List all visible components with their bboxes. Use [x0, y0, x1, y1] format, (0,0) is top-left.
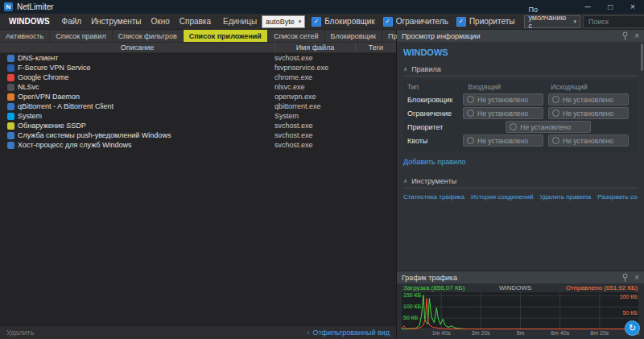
app-filename-cell: chrome.exe: [275, 73, 354, 81]
x-axis-label: 6m 40s: [551, 330, 569, 336]
tab-3[interactable]: Список приложений: [184, 30, 268, 42]
menu-item-3[interactable]: Справка: [175, 17, 216, 26]
table-row[interactable]: Google Chromechrome.exe: [0, 72, 396, 82]
info-panel-title: Просмотр информации: [402, 32, 480, 40]
not-set-icon: [467, 110, 474, 117]
menu-item-0[interactable]: Файл: [57, 17, 87, 26]
table-row[interactable]: qBittorrent - A Bittorrent Clientqbittor…: [0, 101, 396, 111]
info-panel-controls: ×: [621, 31, 639, 40]
tool-link-3[interactable]: Разорвать соединения: [597, 193, 638, 201]
close-icon[interactable]: ×: [634, 274, 639, 282]
app-description-cell: System: [0, 112, 275, 120]
units-select[interactable]: autoByte ▾: [262, 15, 305, 28]
rule-state-button[interactable]: Не установлено: [548, 134, 629, 147]
tab-strip: АктивностьСписок правилСписок фильтровСп…: [0, 30, 396, 43]
pin-icon[interactable]: [621, 31, 629, 40]
app-icon: [7, 142, 14, 149]
app-description-cell: qBittorrent - A Bittorrent Client: [0, 102, 275, 110]
applications-pane: АктивностьСписок правилСписок фильтровСп…: [0, 30, 397, 339]
app-description: Служба системы push-уведомлений Windows: [18, 131, 171, 139]
table-row[interactable]: DNS-клиентsvchost.exe: [0, 53, 396, 63]
add-rule-link[interactable]: Добавить правило: [403, 158, 465, 166]
rules-header: ТипВходящийИсходящий: [407, 83, 634, 91]
rules-body: БлокировщикНе установленоНе установленоО…: [407, 93, 634, 147]
app-description: F-Secure VPN Service: [18, 64, 91, 72]
column-header-0[interactable]: Описание: [0, 43, 275, 52]
table-row[interactable]: SystemSystem: [0, 111, 396, 121]
app-description: Обнаружение SSDP: [18, 122, 86, 130]
search-input[interactable]: [587, 17, 644, 27]
tool-link-2[interactable]: Удалить правила: [539, 193, 591, 201]
rules-section-label: Правила: [411, 65, 441, 73]
rule-state-button[interactable]: Не установлено: [463, 107, 543, 119]
app-description: NLSvc: [18, 83, 39, 91]
x-axis-label: 8m 20s: [590, 330, 609, 336]
menu-bar: WINDOWS ФайлИнструментыОкноСправка Едини…: [0, 14, 644, 30]
rule-state-button[interactable]: Не установлено: [463, 93, 543, 105]
toolbar-checkbox-2[interactable]: ✓Приоритеты: [452, 17, 519, 27]
checkbox-icon[interactable]: ✓: [312, 17, 321, 27]
app-filename-cell: svchost.exe: [275, 122, 354, 130]
filtered-view-label: Отфильтрованный вид: [312, 329, 390, 337]
window-title: NetLimiter: [17, 2, 54, 11]
delete-button[interactable]: Удалить: [6, 329, 34, 337]
maximize-button[interactable]: □: [599, 0, 621, 14]
table-row[interactable]: NLSvcnlsvc.exe: [0, 82, 396, 92]
pin-icon[interactable]: [621, 273, 629, 282]
tools-section-header[interactable]: ∧ Инструменты: [403, 176, 638, 188]
tools-section-label: Инструменты: [411, 177, 456, 185]
chevron-down-icon: ▾: [299, 19, 302, 25]
toolbar-checkboxes: ✓Блокировщик✓Ограничитель✓Приоритеты: [308, 17, 518, 27]
app-description-cell: OpenVPN Daemon: [0, 93, 275, 101]
view-mode-select[interactable]: По умолчанию с диаграммой ▾: [524, 15, 580, 28]
app-icon: [7, 132, 14, 139]
tool-link-1[interactable]: История соединений: [471, 193, 533, 201]
app-icon: [7, 93, 14, 101]
table-row[interactable]: OpenVPN Daemonopenvpn.exe: [0, 92, 396, 101]
rule-state-button[interactable]: Не установлено: [548, 93, 629, 105]
table-header: ОписаниеИмя файлаТеги: [0, 43, 396, 53]
x-axis-label: 1m 40s: [432, 330, 451, 336]
rule-state-button[interactable]: Не установлено: [548, 107, 629, 119]
column-header-1[interactable]: Имя файла: [275, 43, 356, 52]
app-description-cell: Обнаружение SSDP: [0, 122, 275, 130]
not-set-icon: [467, 137, 474, 144]
not-set-icon: [552, 96, 559, 103]
checkbox-icon[interactable]: ✓: [383, 17, 393, 27]
tab-2[interactable]: Список фильтров: [113, 30, 184, 42]
tab-0[interactable]: Активность: [0, 30, 50, 42]
refresh-button[interactable]: ↻: [625, 320, 640, 336]
filtered-view-link[interactable]: › Отфильтрованный вид: [307, 329, 390, 337]
legend-download: Загрузка (856,07 КБ): [403, 284, 465, 291]
table-row[interactable]: Хост-процесс для служб Windowssvchost.ex…: [0, 140, 396, 150]
column-header-2[interactable]: Теги: [356, 43, 396, 52]
tab-4[interactable]: Список сетей: [268, 30, 325, 42]
tab-5[interactable]: Блокировщик: [325, 30, 382, 42]
table-row[interactable]: F-Secure VPN Servicefsvpnservice.exe: [0, 63, 396, 72]
chart-legend: Загрузка (856,07 КБ) WINDOWS Отправлено …: [397, 283, 644, 291]
rule-state-button[interactable]: Не установлено: [506, 121, 591, 133]
menu-item-1[interactable]: Инструменты: [86, 17, 146, 26]
close-icon[interactable]: ×: [634, 32, 639, 40]
checkbox-icon[interactable]: ✓: [456, 17, 466, 27]
minimize-button[interactable]: ─: [576, 0, 599, 14]
table-row[interactable]: Обнаружение SSDPsvchost.exe: [0, 121, 396, 130]
tab-1[interactable]: Список правил: [50, 30, 112, 42]
scrollbar[interactable]: [641, 43, 643, 71]
toolbar-checkbox-0[interactable]: ✓Блокировщик: [308, 17, 379, 27]
main-area: АктивностьСписок правилСписок фильтровСп…: [0, 30, 644, 339]
search-box[interactable]: [583, 15, 644, 28]
app-description-cell: Служба системы push-уведомлений Windows: [0, 131, 275, 139]
app-filename-cell: svchost.exe: [275, 54, 354, 62]
rules-section-header[interactable]: ∧ Правила: [403, 64, 638, 76]
app-description-cell: Хост-процесс для служб Windows: [0, 141, 275, 149]
app-filename-cell: svchost.exe: [275, 141, 354, 149]
rule-state-button[interactable]: Не установлено: [463, 134, 543, 147]
table-row[interactable]: Служба системы push-уведомлений Windowss…: [0, 130, 396, 140]
close-button[interactable]: ×: [621, 0, 644, 14]
menu-item-2[interactable]: Окно: [147, 17, 175, 26]
rule-values: Не установленоНе установлено: [463, 93, 634, 105]
toolbar-checkbox-1[interactable]: ✓Ограничитель: [379, 17, 452, 27]
menu-context-windows[interactable]: WINDOWS: [4, 17, 55, 26]
tool-link-0[interactable]: Статистика трафика: [403, 193, 464, 201]
